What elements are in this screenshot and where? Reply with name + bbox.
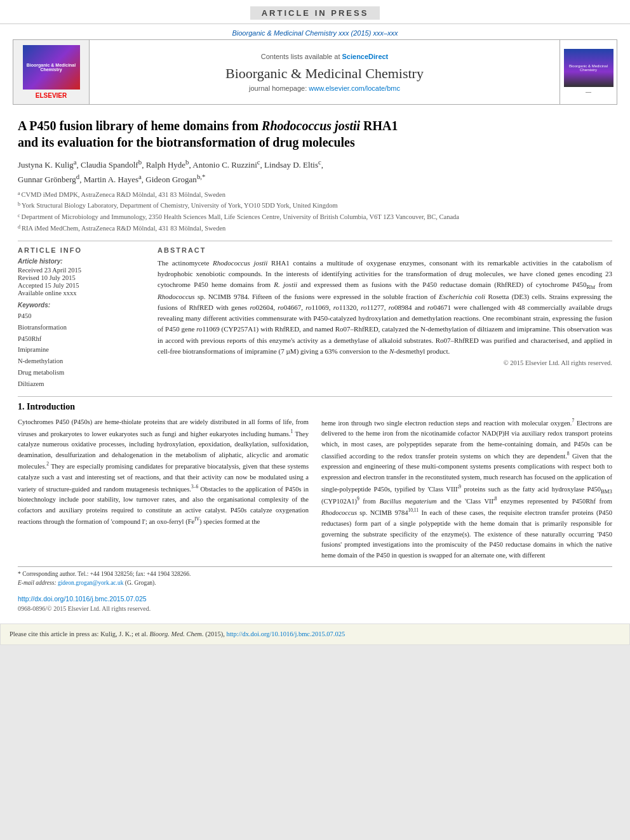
affil-a: a CVMD iMed DMPK, AstraZeneca R&D Mölnda… — [18, 190, 612, 201]
keyword-7: Diltiazem — [18, 378, 145, 390]
journal-header: Bioorganic & Medicinal Chemistry ELSEVIE… — [0, 39, 630, 110]
available-date: Available online xxxx — [18, 290, 145, 297]
corresponding-email[interactable]: gideon.grogan@york.ac.uk — [58, 580, 123, 586]
keyword-3: P450Rhf — [18, 333, 145, 345]
doi-links: http://dx.doi.org/10.1016/j.bmc.2015.07.… — [18, 592, 612, 612]
sciencedirect-link[interactable]: ScienceDirect — [342, 53, 389, 60]
history-label: Article history: — [18, 258, 145, 265]
journal-ref-line: Bioorganic & Medicinal Chemistry xxx (20… — [0, 24, 630, 39]
intro-col-right: heme iron through two single electron re… — [321, 417, 612, 561]
elsevier-logo: ELSEVIER — [36, 92, 67, 99]
abstract-column: ABSTRACT The actinomycete Rhodococcus jo… — [158, 246, 612, 390]
footnote-corresponding: * Corresponding author. Tel.: +44 1904 3… — [18, 570, 612, 578]
journal-box: Bioorganic & Medicinal Chemistry ELSEVIE… — [13, 39, 617, 105]
intro-heading: 1. Introduction — [18, 402, 612, 412]
journal-logo-text: Bioorganic & Medicinal Chemistry — [23, 63, 80, 72]
article-info-heading: ARTICLE INFO — [18, 246, 145, 254]
journal-title: Bioorganic & Medicinal Chemistry — [225, 65, 424, 82]
author-2: Claudia Spandolfb — [81, 160, 142, 170]
affil-d: d RIA iMed MedChem, AstraZeneca R&D Möln… — [18, 223, 612, 234]
footnote-section: * Corresponding author. Tel.: +44 1904 3… — [18, 566, 612, 588]
page: ARTICLE IN PRESS Bioorganic & Medicinal … — [0, 0, 630, 645]
info-abstract-section: ARTICLE INFO Article history: Received 2… — [18, 246, 612, 390]
citation-doi-link[interactable]: http://dx.doi.org/10.1016/j.bmc.2015.07.… — [226, 630, 345, 637]
keyword-5: N-demethylation — [18, 356, 145, 367]
keyword-6: Drug metabolism — [18, 367, 145, 378]
introduction-section: 1. Introduction Cytochromes P450 (P450s)… — [18, 402, 612, 561]
author-8: Gideon Groganb,* — [145, 175, 205, 184]
affil-b: b York Structural Biology Laboratory, De… — [18, 201, 612, 211]
intro-text: Cytochromes P450 (P450s) are heme-thiola… — [18, 417, 612, 561]
abstract-copyright: © 2015 Elsevier Ltd. All rights reserved… — [158, 359, 612, 366]
abstract-heading: ABSTRACT — [158, 246, 612, 254]
journal-center-panel: Contents lists available at ScienceDirec… — [90, 40, 560, 104]
journal-left-panel: Bioorganic & Medicinal Chemistry ELSEVIE… — [13, 40, 90, 104]
keywords-label: Keywords: — [18, 302, 145, 309]
main-content: A P450 fusion library of heme domains fr… — [0, 110, 630, 617]
accepted-date: Accepted 15 July 2015 — [18, 282, 145, 289]
intro-col-left: Cytochromes P450 (P450s) are heme-thiola… — [18, 417, 309, 561]
journal-right-image: Bioorganic & Medicinal Chemistry — [564, 49, 613, 87]
author-6: Gunnar Grönbergd — [18, 175, 79, 184]
author-3: Ralph Hydeb — [146, 160, 189, 170]
article-in-press-banner: ARTICLE IN PRESS — [0, 0, 630, 24]
author-7: Martin A. Hayesa — [84, 175, 142, 184]
author-1: Justyna K. Kuliga — [18, 160, 77, 170]
journal-right-footer: — — [586, 89, 591, 95]
doi-copyright: 0968-0896/© 2015 Elsevier Ltd. All right… — [18, 605, 612, 612]
journal-homepage: journal homepage: www.elsevier.com/locat… — [249, 84, 400, 92]
contents-available-label: Contents lists available at ScienceDirec… — [261, 53, 389, 60]
authors-line: Justyna K. Kuliga, Claudia Spandolfb, Ra… — [18, 157, 612, 186]
journal-homepage-url[interactable]: www.elsevier.com/locate/bmc — [309, 84, 400, 92]
article-info-column: ARTICLE INFO Article history: Received 2… — [18, 246, 145, 390]
article-title: A P450 fusion library of heme domains fr… — [18, 117, 612, 150]
journal-right-panel: Bioorganic & Medicinal Chemistry — — [560, 40, 617, 104]
abstract-text: The actinomycete Rhodococcus jostii RHA1… — [158, 258, 612, 357]
journal-cover-image: Bioorganic & Medicinal Chemistry — [23, 45, 80, 90]
divider-1 — [18, 241, 612, 241]
journal-right-text: Bioorganic & Medicinal Chemistry — [564, 64, 613, 72]
doi-link[interactable]: http://dx.doi.org/10.1016/j.bmc.2015.07.… — [18, 595, 147, 603]
journal-ref-text: Bioorganic & Medicinal Chemistry xxx (20… — [232, 29, 398, 37]
article-in-press-label: ARTICLE IN PRESS — [250, 6, 380, 20]
keyword-1: P450 — [18, 310, 145, 322]
affiliations: a CVMD iMed DMPK, AstraZeneca R&D Mölnda… — [18, 190, 612, 234]
author-5: Lindsay D. Eltisc — [264, 160, 321, 170]
footnote-email: E-mail address: gideon.grogan@york.ac.uk… — [18, 578, 612, 587]
received-date: Received 23 April 2015 — [18, 267, 145, 274]
affil-c: c Department of Microbiology and Immunol… — [18, 212, 612, 223]
keyword-4: Imipramine — [18, 344, 145, 356]
divider-2 — [18, 396, 612, 397]
author-4: Antonio C. Ruzzinic — [192, 160, 260, 170]
keywords-list: P450 Biotransformation P450Rhf Imipramin… — [18, 310, 145, 390]
revised-date: Revised 10 July 2015 — [18, 274, 145, 281]
keyword-2: Biotransformation — [18, 322, 145, 333]
citation-bar: Please cite this article in press as: Ku… — [0, 623, 630, 645]
